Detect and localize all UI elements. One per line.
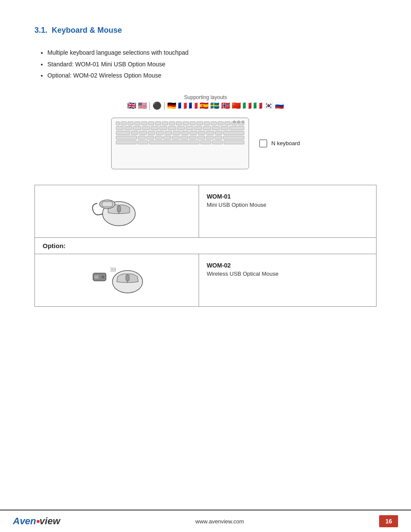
mouse-image-wom02: )))) — [87, 260, 147, 299]
flag-cn: 🇨🇳 — [232, 102, 241, 109]
product-desc-wom01: Mini USB Option Mouse — [207, 202, 368, 208]
feature-list: Multiple keyboard language selections wi… — [47, 47, 377, 81]
flag-fr1: 🇫🇷 — [178, 102, 187, 109]
product-desc-cell-wom01: WOM-01 Mini USB Option Mouse — [199, 185, 376, 237]
product-desc-cell-wom02: WOM-02 Wireless USB Optical Mouse — [199, 254, 376, 306]
footer-url: www.avenview.com — [196, 518, 244, 525]
keyboard-inner — [112, 118, 249, 149]
flag-no: 🇳🇴 — [221, 102, 230, 109]
svg-rect-5 — [94, 275, 99, 279]
logo-aven: Aven — [13, 516, 36, 526]
flag-circle: ⚫ — [153, 102, 162, 109]
flags-row: 🇬🇧 🇺🇸 ⚫ 🇩🇪 🇫🇷 🇫🇷 🇪🇸 🇸🇪 🇳🇴 🇨🇳 🇮🇹 🇮🇹 🇰🇷 🇷🇺 — [127, 102, 284, 110]
svg-text:)))): )))) — [110, 267, 116, 272]
bullet-item: Optional: WOM-02 Wireless Option Mouse — [47, 70, 377, 81]
flag-divider — [149, 102, 150, 110]
svg-rect-8 — [126, 275, 129, 281]
bullet-item: Standard: WOM-01 Mini USB Option Mouse — [47, 59, 377, 70]
led-3 — [242, 121, 244, 123]
flag-fr2: 🇫🇷 — [189, 102, 198, 109]
flag-de: 🇩🇪 — [167, 102, 176, 109]
keyboard-section: Supporting layouts 🇬🇧 🇺🇸 ⚫ 🇩🇪 🇫🇷 🇫🇷 🇪🇸 🇸… — [34, 94, 377, 169]
keyboard-label: N keyboard — [259, 140, 300, 147]
products-table: WOM-01 Mini USB Option Mouse Option: — [34, 185, 377, 307]
flag-it2: 🇮🇹 — [253, 102, 262, 109]
flag-kr: 🇰🇷 — [264, 102, 273, 109]
keyboard-label-text: N keyboard — [271, 140, 300, 146]
section-heading: 3.1. Keyboard & Mouse — [34, 26, 377, 35]
svg-rect-1 — [117, 206, 121, 212]
layouts-label: Supporting layouts — [184, 94, 227, 100]
flag-us: 🇺🇸 — [138, 102, 147, 109]
product-row-wom01: WOM-01 Mini USB Option Mouse — [35, 185, 377, 237]
footer-logo: Avenview — [13, 516, 60, 527]
product-image-cell-wom01 — [35, 185, 199, 237]
svg-rect-3 — [102, 202, 112, 207]
keyboard-diagram — [111, 118, 249, 169]
keyboard-leds — [233, 121, 244, 123]
logo-view: view — [40, 516, 60, 526]
bullet-item: Multiple keyboard language selections wi… — [47, 47, 377, 59]
keyboard-image-area: N keyboard — [111, 118, 300, 169]
product-row-wom02: )))) WOM-02 Wireless USB Optical Mouse — [35, 254, 377, 306]
footer-page-number: 16 — [379, 515, 398, 527]
product-name-wom01: WOM-01 — [207, 193, 368, 200]
led-2 — [237, 121, 240, 123]
product-image-cell-wom02: )))) — [35, 254, 199, 306]
option-cell: Option: — [35, 237, 377, 254]
flag-es: 🇪🇸 — [199, 102, 209, 109]
product-name-wom02: WOM-02 — [207, 262, 368, 269]
logo-dot — [37, 520, 40, 523]
flag-ru: 🇷🇺 — [275, 102, 284, 109]
flag-se: 🇸🇪 — [210, 102, 219, 109]
mouse-image-wom01 — [87, 191, 147, 230]
flag-divider2 — [164, 102, 165, 110]
led-1 — [233, 121, 236, 123]
flag-it1: 🇮🇹 — [243, 102, 252, 109]
option-row: Option: — [35, 237, 377, 254]
svg-point-6 — [102, 276, 104, 278]
footer: Avenview www.avenview.com 16 — [0, 510, 411, 532]
flag-uk: 🇬🇧 — [127, 102, 136, 109]
keyboard-label-box — [259, 140, 267, 147]
product-desc-wom02: Wireless USB Optical Mouse — [207, 271, 368, 277]
